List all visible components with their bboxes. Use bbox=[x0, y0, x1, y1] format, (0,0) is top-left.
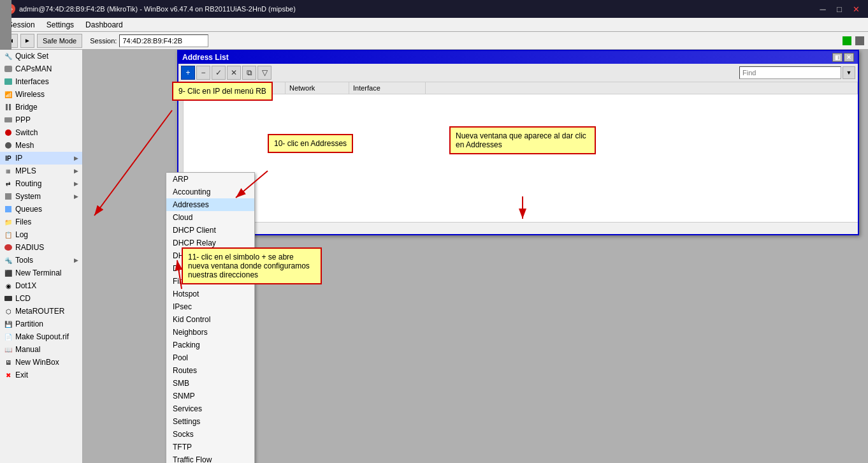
submenu-accounting[interactable]: Accounting bbox=[166, 186, 254, 198]
log-icon: 📋 bbox=[4, 230, 13, 239]
sidebar-item-ip[interactable]: IP IP ▶ bbox=[0, 152, 82, 165]
sidebar-item-system[interactable]: System ▶ bbox=[0, 190, 82, 203]
sidebar-item-log[interactable]: 📋 Log bbox=[0, 228, 82, 241]
ppp-icon bbox=[4, 115, 13, 124]
sidebar-item-mpls[interactable]: ▦ MPLS ▶ bbox=[0, 165, 82, 177]
sidebar-item-files[interactable]: 📁 Files bbox=[0, 216, 82, 228]
window-title-label: Address List bbox=[182, 53, 229, 62]
ip-arrow: ▶ bbox=[74, 155, 78, 161]
submenu-snmp[interactable]: SNMP bbox=[166, 390, 254, 402]
enable-button[interactable]: ✓ bbox=[212, 66, 226, 80]
submenu-addresses[interactable]: Addresses bbox=[166, 198, 254, 211]
col-header-extra[interactable] bbox=[426, 82, 858, 94]
new-winbox-icon: 🖥 bbox=[4, 358, 13, 367]
sidebar-label-bridge: Bridge bbox=[15, 103, 38, 112]
submenu-socks[interactable]: Socks bbox=[166, 428, 254, 441]
submenu-services[interactable]: Services bbox=[166, 402, 254, 415]
tools-arrow: ▶ bbox=[74, 257, 78, 263]
sidebar-item-tools[interactable]: 🔩 Tools ▶ bbox=[0, 254, 82, 267]
menu-dashboard[interactable]: Dashboard bbox=[80, 19, 128, 31]
sidebar-item-dot1x[interactable]: ◉ Dot1X bbox=[0, 279, 82, 292]
connection-indicator-green bbox=[843, 36, 851, 45]
sidebar-label-dot1x: Dot1X bbox=[15, 281, 36, 290]
forward-button[interactable]: ► bbox=[20, 34, 34, 48]
sidebar-item-lcd[interactable]: LCD bbox=[0, 292, 82, 305]
sidebar-item-quick-set[interactable]: 🔧 Quick Set bbox=[0, 50, 82, 62]
find-input[interactable] bbox=[739, 66, 841, 79]
content-area: ARP Accounting Addresses Cloud DHCP Clie… bbox=[83, 50, 868, 463]
session-value[interactable]: 74:4D:28:B9:F4:2B bbox=[119, 34, 208, 47]
submenu-hotspot[interactable]: Hotspot bbox=[166, 288, 254, 300]
submenu-ipsec[interactable]: IPsec bbox=[166, 300, 254, 313]
window-restore-button[interactable]: ◧ bbox=[832, 53, 843, 62]
metarouter-icon: ⬡ bbox=[4, 307, 13, 316]
menu-settings[interactable]: Settings bbox=[41, 19, 79, 31]
window-title: admin@74:4D:28:B9:F4:2B (MikroTik) - Win… bbox=[19, 5, 296, 13]
sidebar-item-queues[interactable]: Queues bbox=[0, 203, 82, 216]
sidebar-label-partition: Partition bbox=[15, 320, 43, 328]
capsman-icon bbox=[4, 64, 13, 73]
filter-button[interactable]: ▽ bbox=[257, 66, 271, 80]
submenu-packing[interactable]: Packing bbox=[166, 339, 254, 351]
submenu-traffic-flow[interactable]: Traffic Flow bbox=[166, 453, 254, 463]
submenu-arp[interactable]: ARP bbox=[166, 173, 254, 186]
minimize-button[interactable]: ─ bbox=[816, 3, 830, 15]
exit-icon: ✖ bbox=[4, 371, 13, 379]
submenu-pool[interactable]: Pool bbox=[166, 351, 254, 364]
col-header-network[interactable]: Network bbox=[286, 82, 349, 94]
sidebar-item-routing[interactable]: ⇄ Routing ▶ bbox=[0, 177, 82, 190]
wireless-icon: 📶 bbox=[4, 90, 13, 99]
window-controls[interactable]: ─ □ ✕ bbox=[816, 3, 863, 15]
mpls-icon: ▦ bbox=[4, 166, 13, 175]
sidebar-label-log: Log bbox=[15, 230, 28, 239]
sidebar-label-queues: Queues bbox=[15, 205, 42, 214]
window-controls-inner[interactable]: ◧ ✕ bbox=[832, 53, 854, 62]
submenu-kid-control[interactable]: Kid Control bbox=[166, 313, 254, 326]
files-icon: 📁 bbox=[4, 217, 13, 226]
remove-address-button[interactable]: − bbox=[196, 66, 210, 80]
sidebar-label-manual: Manual bbox=[15, 345, 40, 354]
sidebar-item-manual[interactable]: 📖 Manual bbox=[0, 343, 82, 356]
sidebar-item-ppp[interactable]: PPP bbox=[0, 114, 82, 126]
col-header-interface[interactable]: Interface bbox=[349, 82, 426, 94]
sidebar-item-bridge[interactable]: Bridge bbox=[0, 101, 82, 114]
submenu-settings[interactable]: Settings bbox=[166, 415, 254, 428]
sidebar-item-make-supout[interactable]: 📄 Make Supout.rif bbox=[0, 330, 82, 343]
sidebar-item-capsman[interactable]: CAPsMAN bbox=[0, 62, 82, 75]
sidebar-label-exit: Exit bbox=[15, 371, 28, 379]
submenu-neighbors[interactable]: Neighbors bbox=[166, 326, 254, 339]
sidebar-item-exit[interactable]: ✖ Exit bbox=[0, 369, 82, 381]
sidebar-item-metarouter[interactable]: ⬡ MetaROUTER bbox=[0, 305, 82, 318]
session-label: Session: bbox=[90, 37, 117, 45]
routing-icon: ⇄ bbox=[4, 179, 13, 188]
sidebar-item-radius[interactable]: RADIUS bbox=[0, 241, 82, 254]
window-close-button[interactable]: ✕ bbox=[844, 53, 854, 62]
sidebar-item-new-terminal[interactable]: ⬛ New Terminal bbox=[0, 267, 82, 279]
disable-button[interactable]: ✕ bbox=[227, 66, 241, 80]
sidebar-item-interfaces[interactable]: Interfaces bbox=[0, 75, 82, 88]
sidebar-label-new-winbox: New WinBox bbox=[15, 358, 59, 367]
submenu-smb[interactable]: SMB bbox=[166, 377, 254, 390]
table-body bbox=[178, 94, 858, 222]
submenu-tftp[interactable]: TFTP bbox=[166, 441, 254, 453]
submenu-routes[interactable]: Routes bbox=[166, 364, 254, 377]
copy-button[interactable]: ⧉ bbox=[242, 66, 256, 80]
dot1x-icon: ◉ bbox=[4, 281, 13, 290]
submenu-dhcp-client[interactable]: DHCP Client bbox=[166, 224, 254, 237]
sidebar-item-mesh[interactable]: Mesh bbox=[0, 139, 82, 152]
safe-mode-button[interactable]: Safe Mode bbox=[37, 34, 82, 48]
routing-arrow: ▶ bbox=[74, 180, 78, 187]
sidebar-item-wireless[interactable]: 📶 Wireless bbox=[0, 88, 82, 101]
submenu-cloud[interactable]: Cloud bbox=[166, 211, 254, 224]
sidebar-item-partition[interactable]: 💾 Partition bbox=[0, 318, 82, 330]
find-dropdown[interactable]: ▼ bbox=[843, 66, 855, 79]
sidebar-label-interfaces: Interfaces bbox=[15, 77, 49, 86]
sidebar-item-new-winbox[interactable]: 🖥 New WinBox bbox=[0, 356, 82, 369]
bridge-icon bbox=[4, 103, 13, 112]
system-icon bbox=[4, 192, 13, 201]
sidebar-item-switch[interactable]: Switch bbox=[0, 126, 82, 139]
ip-icon: IP bbox=[4, 154, 13, 163]
add-address-button[interactable]: + bbox=[181, 66, 195, 80]
close-button[interactable]: ✕ bbox=[849, 3, 863, 15]
maximize-button[interactable]: □ bbox=[832, 3, 846, 15]
